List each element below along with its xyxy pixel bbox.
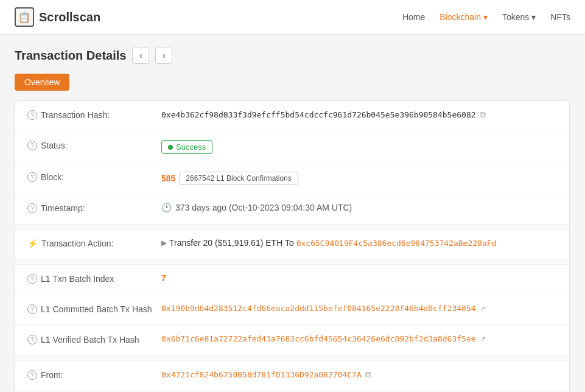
from-copy-icon[interactable]: ⧉ xyxy=(365,369,371,380)
committed-row: ? L1 Committed Batch Tx Hash 0x190b9d64d… xyxy=(15,295,569,326)
overview-button[interactable]: Overview xyxy=(15,74,69,91)
verified-hash-link[interactable]: 0x6b71c6e81a72722afed43a7603cc6bfd45654c… xyxy=(161,334,476,343)
tokens-dropdown-icon: ▾ xyxy=(531,12,536,22)
block-number[interactable]: 585 xyxy=(161,173,175,183)
verified-help-icon[interactable]: ? xyxy=(27,335,37,345)
verified-value: 0x6b71c6e81a72722afed43a7603cc6bfd45654c… xyxy=(161,334,557,343)
logo-icon: 📋 xyxy=(15,7,34,27)
action-value: ▶ Transfer 20 ($51,919.61) ETH To 0xc65C… xyxy=(161,238,557,248)
divider-2 xyxy=(15,260,569,265)
committed-value: 0x190b9d64d283512c4fd66eaca2ddd115befef0… xyxy=(161,304,557,313)
status-help-icon[interactable]: ? xyxy=(27,141,37,150)
status-row: ? Status: Success xyxy=(15,131,569,163)
timestamp-value: 🕐 373 days ago (Oct-10-2023 09:04:30 AM … xyxy=(161,203,557,212)
hash-label: ? Transaction Hash: xyxy=(27,110,161,120)
block-help-icon[interactable]: ? xyxy=(27,172,37,182)
nav-tokens[interactable]: Tokens ▾ xyxy=(502,12,536,22)
status-label: ? Status: xyxy=(27,140,161,150)
committed-external-icon: ↗ xyxy=(480,304,486,313)
timestamp-row: ? Timestamp: 🕐 373 days ago (Oct-10-2023… xyxy=(15,194,569,225)
from-value: 0x4721cf824b6750B58d781fD1336D92a082704C… xyxy=(161,369,557,380)
block-label: ? Block: xyxy=(27,172,161,182)
lightning-icon: ⚡ xyxy=(27,239,38,248)
from-row: ? From: 0x4721cf824b6750B58d781fD1336D92… xyxy=(15,361,569,391)
hash-row: ? Transaction Hash: 0xe4b362cf98d033f3d9… xyxy=(15,101,569,131)
committed-help-icon[interactable]: ? xyxy=(27,304,37,314)
batch-index-row: ? L1 Txn Batch Index 7 xyxy=(15,265,569,295)
status-badge: Success xyxy=(161,140,212,154)
hash-help-icon[interactable]: ? xyxy=(27,110,37,120)
nav-home[interactable]: Home xyxy=(402,12,425,22)
divider-3 xyxy=(15,356,569,361)
confirmations-badge: 2667542 L1 Block Confirmations xyxy=(179,172,298,185)
committed-label: ? L1 Committed Batch Tx Hash xyxy=(27,304,161,314)
hash-copy-icon[interactable]: ⧉ xyxy=(480,110,486,120)
page-title: Transaction Details xyxy=(15,49,126,63)
prev-button[interactable]: ‹ xyxy=(132,47,149,64)
block-value: 585 2667542 L1 Block Confirmations xyxy=(161,172,557,185)
clock-icon: 🕐 xyxy=(161,203,172,212)
logo-text: Scrollscan xyxy=(39,10,100,24)
status-value: Success xyxy=(161,140,557,154)
from-help-icon[interactable]: ? xyxy=(27,370,37,380)
nav-blockchain[interactable]: Blockchain ▾ xyxy=(440,12,488,22)
block-row: ? Block: 585 2667542 L1 Block Confirmati… xyxy=(15,163,569,194)
hash-value: 0xe4b362cf98d033f3d9efcff5bd54cdccfc961d… xyxy=(161,110,557,120)
batch-index-help-icon[interactable]: ? xyxy=(27,274,37,284)
from-address-link[interactable]: 0x4721cf824b6750B58d781fD1336D92a082704C… xyxy=(161,370,362,379)
batch-index-label: ? L1 Txn Batch Index xyxy=(27,273,161,284)
next-button[interactable]: › xyxy=(155,47,172,64)
committed-hash-link[interactable]: 0x190b9d64d283512c4fd66eaca2ddd115befef0… xyxy=(161,304,476,313)
from-label: ? From: xyxy=(27,369,161,380)
action-row: ⚡ Transaction Action: ▶ Transfer 20 ($51… xyxy=(15,229,569,260)
divider-1 xyxy=(15,225,569,229)
verified-row: ? L1 Verified Batch Tx Hash 0x6b71c6e81a… xyxy=(15,326,569,356)
transfer-arrow-icon: ▶ xyxy=(161,239,167,247)
status-dot xyxy=(168,145,173,150)
logo: 📋 Scrollscan xyxy=(15,7,100,27)
blockchain-dropdown-icon: ▾ xyxy=(483,12,488,22)
verified-external-icon: ↗ xyxy=(480,335,486,343)
nav-nfts[interactable]: NFTs xyxy=(550,12,570,22)
action-label: ⚡ Transaction Action: xyxy=(27,238,161,248)
timestamp-label: ? Timestamp: xyxy=(27,203,161,213)
batch-index-value: 7 xyxy=(161,273,557,283)
verified-label: ? L1 Verified Batch Tx Hash xyxy=(27,334,161,345)
transaction-details-card: ? Transaction Hash: 0xe4b362cf98d033f3d9… xyxy=(15,100,570,392)
timestamp-help-icon[interactable]: ? xyxy=(27,203,37,213)
main-nav: Home Blockchain ▾ Tokens ▾ NFTs xyxy=(402,12,570,22)
action-address-link[interactable]: 0xc65C94019F4c5a386ecd6e984753742aBe228a… xyxy=(296,239,497,248)
